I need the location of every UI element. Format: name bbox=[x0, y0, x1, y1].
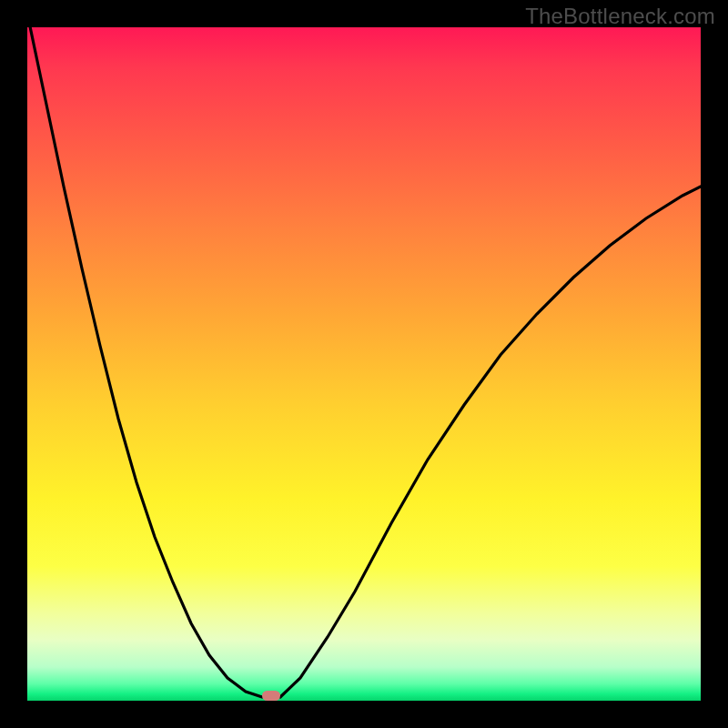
heat-gradient bbox=[27, 27, 701, 701]
balance-marker bbox=[262, 691, 280, 701]
plot-area bbox=[27, 27, 701, 701]
watermark-text: TheBottleneck.com bbox=[525, 4, 715, 29]
